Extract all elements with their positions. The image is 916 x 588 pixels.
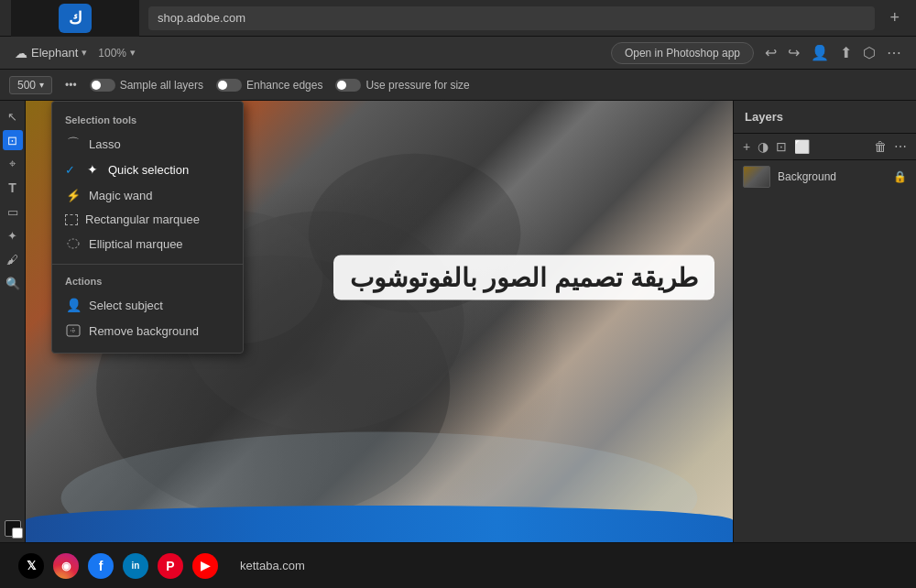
ellipse-marquee-icon	[65, 235, 82, 252]
facebook-icon[interactable]: f	[88, 553, 114, 579]
doc-title: Elephant	[31, 46, 78, 60]
more-icon[interactable]: ⋯	[887, 44, 901, 61]
layers-title: Layers	[745, 110, 783, 124]
rect-marquee-icon	[65, 214, 78, 225]
url-text: shop.adobe.com	[158, 11, 245, 25]
magic-wand-label: Magic wand	[89, 189, 152, 202]
magic-wand-icon: ⚡	[65, 187, 82, 203]
open-photoshop-btn[interactable]: Open in Photoshop app	[611, 42, 754, 64]
layer-name: Background	[778, 170, 886, 183]
fg-color[interactable]	[5, 520, 21, 537]
remove-background-item[interactable]: Remove background	[52, 318, 243, 343]
layers-panel: Layers + ◑ ⊡ ⬜ 🗑 ⋯ Background 🔒	[733, 101, 916, 542]
select-subject-icon: 👤	[65, 297, 82, 313]
rect-marquee-label: Rectangular marquee	[85, 212, 200, 226]
more-options-btn[interactable]: •••	[65, 79, 77, 92]
lasso-icon: ⌒	[65, 136, 82, 152]
more-layers-btn[interactable]: ⋯	[894, 139, 907, 154]
social-icons-group: 𝕏 ◉ f in P ▶	[18, 553, 218, 579]
pressure-label: Use pressure for size	[365, 79, 469, 92]
enhance-edges-pill[interactable]	[216, 79, 242, 92]
panel-divider	[52, 264, 243, 265]
options-bar: 500 ▾ ••• Sample all layers Enhance edge…	[0, 70, 916, 101]
mask-layer-btn[interactable]: ◑	[758, 139, 769, 154]
layer-thumbnail	[743, 166, 770, 188]
selection-tool[interactable]: ⊡	[3, 130, 23, 150]
group-layer-btn[interactable]: ⬜	[794, 139, 810, 154]
size-chevron[interactable]: ▾	[39, 80, 44, 90]
svg-point-5	[68, 239, 79, 248]
arabic-heading: طريقة تصميم الصور بالفوتوشوب	[350, 263, 698, 291]
bottom-bar: 𝕏 ◉ f in P ▶ kettaba.com	[0, 542, 916, 588]
pinterest-icon[interactable]: P	[158, 553, 183, 579]
add-layer-btn[interactable]: +	[743, 139, 750, 154]
enhance-edges-label: Enhance edges	[246, 79, 322, 92]
share-icon[interactable]: ⬆	[840, 44, 852, 61]
brush-tool[interactable]: 🖌	[3, 249, 23, 269]
delete-layer-btn[interactable]: 🗑	[874, 139, 887, 154]
remove-bg-icon	[65, 322, 82, 339]
quick-selection-item[interactable]: ✓ ✦ Quick selection	[52, 157, 243, 182]
heal-tool[interactable]: ✦	[3, 225, 23, 245]
cloud-icon: ☁	[15, 46, 27, 60]
quick-selection-label: Quick selection	[108, 163, 189, 177]
pressure-toggle[interactable]: Use pressure for size	[335, 79, 469, 92]
main-area: ↖ ⊡ ⌖ T ▭ ✦ 🖌 🔍 طريقة تصميم الصور بالفوت…	[0, 101, 916, 542]
remove-bg-label: Remove background	[89, 324, 199, 338]
type-tool[interactable]: T	[3, 178, 23, 198]
redo-btn[interactable]: ↪	[788, 44, 800, 61]
brush-size-box[interactable]: 500 ▾	[9, 76, 52, 94]
user-icon[interactable]: 👤	[811, 44, 829, 61]
quick-selection-icon: ✦	[84, 161, 101, 178]
new-tab-btn[interactable]: +	[884, 8, 905, 27]
brush-size-value: 500	[17, 79, 36, 92]
select-subject-item[interactable]: 👤 Select subject	[52, 292, 243, 318]
app-logo: ك	[59, 4, 92, 33]
left-tools-panel: ↖ ⊡ ⌖ T ▭ ✦ 🖌 🔍	[0, 101, 26, 542]
ellipse-marquee-item[interactable]: Elliptical marquee	[52, 231, 243, 256]
rect-marquee-item[interactable]: Rectangular marquee	[52, 208, 243, 231]
blue-wave-canvas	[26, 506, 733, 542]
crop-tool[interactable]: ⌖	[3, 154, 23, 174]
sample-all-label: Sample all layers	[120, 79, 203, 92]
lasso-tool-item[interactable]: ⌒ Lasso	[52, 131, 243, 157]
layers-toolbar: + ◑ ⊡ ⬜ 🗑 ⋯	[734, 134, 916, 160]
selection-tools-panel: Selection tools ⌒ Lasso ✓ ✦ Quick select…	[51, 101, 244, 354]
lasso-label: Lasso	[89, 137, 121, 151]
toolbar-icons: ↩ ↪ 👤 ⬆ ⬡ ⋯	[765, 44, 901, 61]
background-layer-item[interactable]: Background 🔒	[734, 160, 916, 193]
enhance-edges-toggle[interactable]: Enhance edges	[216, 79, 322, 92]
url-bar[interactable]: shop.adobe.com	[148, 6, 875, 30]
zoom-tool[interactable]: 🔍	[3, 273, 23, 293]
zoom-chevron[interactable]: ▾	[130, 47, 136, 59]
doc-chevron[interactable]: ▾	[82, 47, 87, 59]
sample-all-toggle[interactable]: Sample all layers	[90, 79, 203, 92]
fx-layer-btn[interactable]: ⊡	[776, 139, 787, 154]
checkmark-icon: ✓	[65, 163, 75, 177]
layers-header: Layers	[734, 101, 916, 134]
browser-top-bar: ك shop.adobe.com +	[0, 0, 916, 37]
arabic-text-overlay: طريقة تصميم الصور بالفوتوشوب	[333, 255, 714, 299]
undo-btn[interactable]: ↩	[765, 44, 777, 61]
ps-toolbar: ☁ Elephant ▾ 100% ▾ Open in Photoshop ap…	[0, 37, 916, 70]
website-url: kettaba.com	[240, 559, 305, 572]
zoom-level[interactable]: 100%	[98, 47, 126, 60]
shape-tool[interactable]: ▭	[3, 201, 23, 222]
sample-all-pill[interactable]	[90, 79, 115, 92]
youtube-icon[interactable]: ▶	[192, 553, 218, 579]
layer-lock-icon: 🔒	[893, 170, 907, 183]
actions-title: Actions	[52, 272, 243, 292]
instagram-icon[interactable]: ◉	[53, 553, 79, 579]
logo-area: ك	[11, 0, 139, 37]
magic-wand-item[interactable]: ⚡ Magic wand	[52, 182, 243, 208]
linkedin-icon[interactable]: in	[123, 553, 148, 579]
move-tool[interactable]: ↖	[3, 106, 23, 126]
select-subject-label: Select subject	[89, 299, 163, 312]
selection-tools-title: Selection tools	[52, 111, 243, 131]
settings-icon[interactable]: ⬡	[863, 44, 876, 61]
pressure-pill[interactable]	[335, 79, 361, 92]
ellipse-marquee-label: Elliptical marquee	[89, 237, 183, 251]
doc-name-area: ☁ Elephant ▾ 100% ▾	[15, 46, 136, 60]
canvas-area: طريقة تصميم الصور بالفوتوشوب Selection t…	[26, 101, 733, 542]
twitter-icon[interactable]: 𝕏	[18, 553, 44, 579]
